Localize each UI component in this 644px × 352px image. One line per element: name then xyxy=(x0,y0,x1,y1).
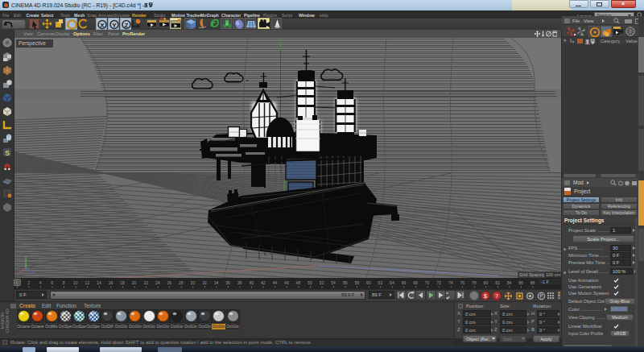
svg-text:60: 60 xyxy=(366,280,371,285)
svg-text:14: 14 xyxy=(97,280,101,285)
svg-text:2: 2 xyxy=(27,280,30,285)
svg-text:54: 54 xyxy=(331,280,336,285)
svg-text:44: 44 xyxy=(273,280,278,285)
svg-text:34: 34 xyxy=(214,280,219,285)
svg-text:0: 0 xyxy=(16,280,19,285)
svg-text:6: 6 xyxy=(51,280,53,285)
svg-text:80: 80 xyxy=(484,280,489,285)
svg-text:56: 56 xyxy=(343,280,348,285)
svg-text:86: 86 xyxy=(518,280,523,285)
svg-text:24: 24 xyxy=(155,280,160,285)
svg-text:S: S xyxy=(5,149,10,157)
svg-text:42: 42 xyxy=(261,280,266,285)
svg-text:38: 38 xyxy=(237,280,242,285)
svg-text:48: 48 xyxy=(296,280,301,285)
svg-text:84: 84 xyxy=(507,280,512,285)
svg-text:78: 78 xyxy=(472,280,477,285)
svg-text:16: 16 xyxy=(109,280,114,285)
svg-text:28: 28 xyxy=(179,280,184,285)
svg-text:82: 82 xyxy=(495,280,500,285)
svg-text:70: 70 xyxy=(425,280,430,285)
svg-text:20: 20 xyxy=(132,280,137,285)
svg-text:30: 30 xyxy=(191,280,196,285)
svg-text:8: 8 xyxy=(63,280,65,285)
svg-text:4: 4 xyxy=(39,280,42,285)
svg-text:66: 66 xyxy=(402,280,407,285)
svg-text:22: 22 xyxy=(143,280,148,285)
svg-text:18: 18 xyxy=(120,280,125,285)
svg-text:12: 12 xyxy=(85,280,90,285)
svg-text:46: 46 xyxy=(284,280,289,285)
svg-text:58: 58 xyxy=(354,280,359,285)
svg-text:88: 88 xyxy=(530,280,535,285)
svg-text:50: 50 xyxy=(308,280,312,285)
svg-text:68: 68 xyxy=(413,280,418,285)
svg-text:36: 36 xyxy=(225,280,230,285)
svg-text:52: 52 xyxy=(320,280,324,285)
svg-text:32: 32 xyxy=(202,280,207,285)
svg-text:64: 64 xyxy=(390,280,394,285)
svg-text:P: P xyxy=(539,293,543,299)
svg-text:10: 10 xyxy=(73,280,78,285)
svg-text:62: 62 xyxy=(378,280,383,285)
svg-text:74: 74 xyxy=(448,280,453,285)
svg-text:40: 40 xyxy=(249,280,254,285)
svg-text:26: 26 xyxy=(167,280,172,285)
svg-text:76: 76 xyxy=(460,280,465,285)
svg-text:72: 72 xyxy=(436,280,441,285)
